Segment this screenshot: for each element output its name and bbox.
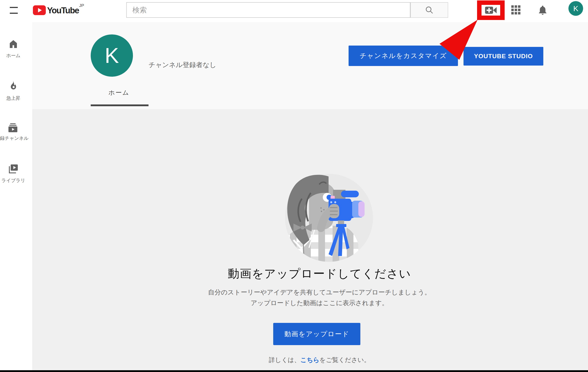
- sidebar-item-label: ホーム: [0, 53, 27, 58]
- search-input[interactable]: [126, 2, 410, 18]
- search-icon: [425, 6, 434, 14]
- sidebar-item-label: ライブラリ: [0, 177, 27, 183]
- logo-region-label: JP: [79, 3, 84, 8]
- subscriber-status: チャンネル登録者なし: [148, 61, 216, 70]
- library-icon: [8, 164, 19, 174]
- youtube-logo[interactable]: YouTube JP: [33, 5, 46, 16]
- empty-state-description: 自分のストーリーやアイデアを共有してユーザーにアプローチしましょう。 アップロー…: [164, 287, 475, 308]
- hamburger-bar: [10, 13, 18, 14]
- apps-grid-icon[interactable]: [511, 5, 521, 15]
- learn-more-link[interactable]: こちら: [300, 356, 319, 363]
- footer-text-prefix: 詳しくは、: [269, 356, 300, 363]
- description-line-1: 自分のストーリーやアイデアを共有してユーザーにアプローチしましょう。: [164, 287, 475, 298]
- tab-home[interactable]: ホーム: [101, 88, 137, 97]
- topbar: YouTube JP K: [0, 0, 588, 22]
- channel-header: K チャンネル登録者なし チャンネルをカスタマイズ YOUTUBE STUDIO…: [32, 22, 588, 109]
- empty-state-title: 動画をアップロードしてください: [175, 266, 464, 281]
- account-avatar[interactable]: K: [568, 1, 583, 16]
- home-icon: [8, 39, 19, 49]
- window-bottom-edge: [0, 370, 588, 372]
- empty-state-footer: 詳しくは、こちらをご覧ください。: [164, 356, 475, 364]
- notifications-bell-icon[interactable]: [537, 5, 548, 16]
- customize-channel-button[interactable]: チャンネルをカスタマイズ: [349, 46, 458, 66]
- trending-icon: [8, 81, 19, 91]
- description-line-2: アップロードした動画はここに表示されます。: [164, 298, 475, 308]
- hamburger-bar: [10, 7, 18, 8]
- channel-avatar[interactable]: K: [91, 34, 133, 77]
- footer-text-suffix: をご覧ください。: [319, 356, 370, 363]
- hamburger-menu-icon[interactable]: [10, 7, 18, 14]
- youtube-play-icon: [33, 5, 46, 15]
- create-video-button[interactable]: [485, 5, 497, 15]
- upload-video-button[interactable]: 動画をアップロード: [273, 323, 360, 345]
- search-button[interactable]: [410, 2, 448, 18]
- youtube-wordmark: YouTube: [47, 6, 79, 15]
- channel-home-content: 動画をアップロードしてください 自分のストーリーやアイデアを共有してユーザーにア…: [32, 109, 588, 372]
- sidebar-item-label: 急上昇: [0, 95, 27, 101]
- subscriptions-icon: [8, 123, 18, 133]
- sidebar-item-label: 録チャンネル: [0, 135, 27, 141]
- active-tab-underline: [91, 104, 148, 106]
- sidebar: ホーム 急上昇 録チャンネル ライブラリ: [0, 22, 32, 372]
- youtube-studio-button[interactable]: YOUTUBE STUDIO: [463, 47, 543, 66]
- upload-illustration: [276, 171, 382, 264]
